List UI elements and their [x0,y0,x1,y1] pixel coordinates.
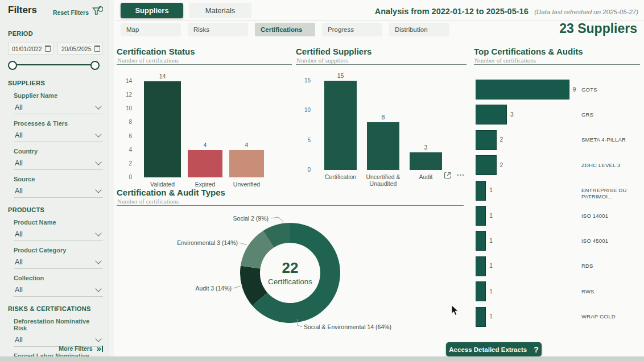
filter-dropdown-collection[interactable]: All [14,284,103,297]
y-tick-label: 2 [118,160,132,167]
reset-filters-button[interactable]: Reset Filters [53,6,103,18]
bar-unverified[interactable] [229,150,264,177]
slider-handle-start[interactable] [8,61,17,70]
bar-rws[interactable] [476,281,486,301]
subtab-risks[interactable]: Risks [188,23,248,36]
bar-value-label: 1 [489,263,493,269]
filter-dropdown-product-name[interactable]: All [14,229,103,241]
panel-certification-audit-types: Certification & Audit Types Number of ce… [117,188,464,331]
refresh-note: (Data last refreshed on 2025-05-27) [534,9,638,15]
y-tick-label: 12 [118,92,132,98]
more-filters-button[interactable]: More Filters » [59,345,103,352]
chevron-down-icon [95,103,101,109]
filter-processes-tiers: Processes & TiersAll [8,120,103,142]
bar-value-label: 15 [329,72,352,79]
y-tick-label: 4 [118,147,132,153]
bar-value-label: 2 [500,136,503,143]
donut-center-label: Certifications [256,277,324,286]
subtab-distribution[interactable]: Distribution [389,23,449,36]
y-tick-label: 14 [118,78,132,84]
more-filters-icon: » [97,345,103,352]
chevron-down-icon [95,335,101,342]
bar-category-label: ZDHC LEVEL 3 [581,162,621,168]
filters-title: Filters [8,5,37,16]
expand-icon[interactable] [444,171,451,181]
filter-supplier-name: Supplier NameAll [8,92,103,114]
filter-section-suppliers: SUPPLIERSSupplier NameAllProcesses & Tie… [8,80,103,198]
top-certifications-plot: 9GOTS3GRS2SMETA 4-PILLAR2ZDHC LEVEL 31EN… [474,47,640,334]
bar-rds[interactable] [476,256,486,276]
date-from-value: 01/01/2022 [12,45,42,52]
bar-certification[interactable] [324,81,357,170]
y-tick-label: 15 [297,77,311,84]
panel-certification-status: Certification Status Number of certifica… [117,47,292,189]
bar-uncertified-unaudited[interactable] [367,122,399,170]
filter-label: Country [14,148,103,155]
filter-dropdown-source[interactable]: All [14,185,103,198]
bar-zdhc-level-3[interactable] [476,155,497,175]
tab-materials[interactable]: Materials [189,3,251,18]
bar-value-label: 3 [415,144,437,151]
filter-sections: SUPPLIERSSupplier NameAllProcesses & Tie… [8,80,103,361]
chevron-down-icon [95,131,101,137]
slider-handle-end[interactable] [90,61,100,70]
subtab-progress[interactable]: Progress [322,23,382,36]
filter-dropdown-supplier-name[interactable]: All [14,102,103,114]
filter-value: All [15,103,23,111]
filter-label: Collection [14,275,103,281]
extract-button-label: Access Detailed Extracts [449,346,527,353]
period-slider [8,60,103,71]
chevron-down-icon [95,285,101,292]
bar-value-label: 1 [489,288,493,294]
main-area: SuppliersMaterials Analysis from 2022-01… [114,0,644,356]
date-to-value: 20/05/2025 [61,45,92,52]
y-tick-label: 0 [297,167,311,173]
filter-source: SourceAll [8,176,103,198]
bar-value-label: 9 [573,86,576,93]
filter-collection: CollectionAll [8,275,103,297]
bar-category-label: GRS [581,111,593,118]
y-tick-label: 10 [118,105,132,111]
analysis-title: Analysis from 2022-01-12 to 2025-05-16 [375,7,529,16]
reset-filters-label: Reset Filters [53,9,89,16]
bar-value-label: 14 [151,73,174,80]
bar-validated[interactable] [144,81,181,177]
bar-wrap-gold[interactable] [476,307,486,327]
bar-value-label: 1 [489,238,493,244]
bar-gots[interactable] [476,80,569,99]
y-tick-label: 10 [297,107,311,113]
bar-audit[interactable] [410,152,442,170]
bar-grs[interactable] [476,105,507,125]
date-from-input[interactable]: 01/01/2022 [8,43,53,55]
filter-value: All [15,258,23,266]
filter-deforestation-nominative-risk: Deforestation Nominative RiskAll [8,318,103,347]
filter-dropdown-product-category[interactable]: All [14,256,103,269]
bar-value-label: 2 [500,162,503,168]
filter-dropdown-country[interactable]: All [14,157,103,170]
more-options-icon[interactable]: … [456,168,465,177]
donut-label-audit-3-14: Audit 3 (14%) [195,285,232,292]
filter-value: All [15,286,23,294]
bar-category-label: SMETA 4-PILLAR [581,136,626,143]
bar-value-label: 1 [489,213,493,219]
y-tick-label: 6 [118,133,132,139]
date-to-input[interactable]: 20/05/2025 [57,43,103,55]
filter-dropdown-processes-tiers[interactable]: All [14,130,103,142]
bar-expired[interactable] [188,150,222,177]
slider-track [11,64,96,65]
calendar-icon [94,45,100,52]
bar-entreprise-du-patrimoi[interactable] [476,181,486,201]
chevron-down-icon [95,258,101,264]
bar-iso-14001[interactable] [476,206,486,226]
subtab-map[interactable]: Map [121,23,181,36]
filter-product-category: Product CategoryAll [8,247,103,269]
subtab-certifications[interactable]: Certifications [255,23,315,36]
tab-suppliers[interactable]: Suppliers [121,3,183,18]
bar-iso-45001[interactable] [476,231,486,251]
bar-value-label: 4 [194,142,217,148]
filter-section-products: PRODUCTSProduct NameAllProduct CategoryA… [8,206,103,297]
access-detailed-extracts-button[interactable]: Access Detailed Extracts ? [446,342,542,356]
bar-smeta-4-pillar[interactable] [476,130,497,150]
filter-label: Product Name [14,219,103,226]
bar-category-label: Unverified [221,181,273,188]
